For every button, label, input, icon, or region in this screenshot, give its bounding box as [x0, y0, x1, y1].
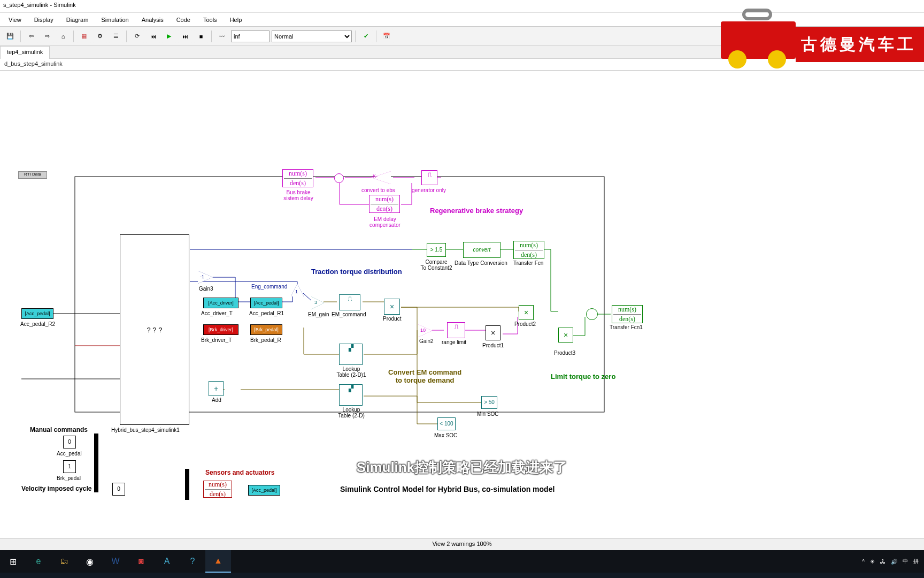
tray-chevron-icon[interactable]: ^	[862, 559, 865, 565]
sim-mode-select[interactable]: Normal	[272, 31, 352, 42]
forward-button[interactable]: ⇨	[40, 29, 54, 43]
chrome-icon: ◉	[86, 557, 94, 567]
mux-block-2[interactable]	[185, 469, 189, 500]
product-block[interactable]	[384, 299, 400, 315]
transfer-fcn-sensor[interactable]: num(s)den(s)	[203, 481, 232, 498]
from-acc-pedal-r2[interactable]: [Acc_pedal]	[21, 308, 53, 319]
up-button[interactable]: ⌂	[56, 29, 70, 43]
transfer-fcn1-block[interactable]: num(s)den(s)	[612, 305, 643, 323]
play-icon: ▶	[167, 33, 171, 40]
sum-block-ebs[interactable]	[334, 173, 344, 183]
stop-button[interactable]: ■	[194, 29, 208, 43]
traction-heading: Traction torque distribution	[311, 268, 402, 276]
signal-button[interactable]: 〰	[215, 29, 229, 43]
taskbar-word[interactable]: W	[103, 550, 128, 573]
range-limit-label: range limit	[442, 339, 466, 345]
mux-block-1[interactable]	[94, 434, 98, 492]
lookup-table-2d[interactable]: ▞	[339, 384, 363, 406]
back-button[interactable]: ⇦	[24, 29, 38, 43]
const-acc-pedal[interactable]: 0	[63, 436, 76, 448]
word-icon: W	[111, 557, 119, 566]
const-brk-label: Brk_pedal	[57, 475, 81, 481]
save-button[interactable]: 💾	[3, 29, 17, 43]
taskbar-edge[interactable]: e	[26, 550, 51, 573]
arrow-up-icon: ⌂	[61, 33, 65, 40]
sum-limit-block[interactable]	[586, 308, 598, 320]
em-command-sat[interactable]: ⎍	[339, 294, 360, 310]
goto-acc-driver[interactable]: [Acc_driver]	[203, 298, 238, 308]
taskbar-start[interactable]: ⊞	[0, 550, 26, 573]
taskbar-matlab[interactable]: ▲	[205, 550, 231, 573]
menu-analysis[interactable]: Analysis	[135, 15, 170, 25]
tray-sound-icon[interactable]: 🔊	[891, 559, 897, 565]
const-brk-pedal[interactable]: 1	[63, 460, 76, 473]
goto-brk-driver[interactable]: [Brk_driver]	[203, 324, 238, 335]
schedule-button[interactable]: 📅	[380, 29, 394, 43]
transfer-fcn-bus-brake[interactable]: num(s)den(s)	[282, 169, 313, 187]
amesim-icon: A	[164, 557, 170, 566]
step-forward-button[interactable]: ⏭	[178, 29, 192, 43]
lookup2-label: Lookup Table (2-D)	[333, 407, 370, 419]
product1-label: Product1	[482, 343, 504, 348]
update-diagram-button[interactable]: ⟳	[130, 29, 144, 43]
tfcn-num: num(s)	[283, 170, 313, 178]
min-soc-block[interactable]: > 50	[481, 396, 497, 409]
lookup-table-2d-1[interactable]: ▞	[339, 344, 363, 365]
lookup-icon: ▞	[349, 385, 353, 392]
taskbar-chrome[interactable]: ◉	[77, 550, 103, 573]
compare-constant-block[interactable]: > 1.5	[427, 243, 446, 257]
taskbar-amesim[interactable]: A	[154, 550, 180, 573]
tray-network-icon[interactable]: 🖧	[880, 559, 886, 565]
rti-data-block[interactable]: RTI Data	[18, 171, 47, 179]
menu-diagram[interactable]: Diagram	[60, 15, 95, 25]
taskbar-recorder[interactable]: ◙	[128, 550, 154, 573]
tray-weather-icon[interactable]: ☀	[870, 559, 875, 565]
product3-block[interactable]	[558, 328, 573, 343]
transfer-fcn-block[interactable]: num(s)den(s)	[513, 241, 544, 259]
menu-code[interactable]: Code	[170, 15, 197, 25]
list-icon: ☰	[113, 33, 119, 40]
convert-em-heading: Convert EM command to torque demand	[388, 368, 461, 384]
transfer-fcn-em-delay[interactable]: num(s)den(s)	[369, 195, 400, 213]
video-subtitle: Simulink控制策略已经加载进来了	[0, 458, 924, 477]
fastrestart-button[interactable]: ✔	[359, 29, 373, 43]
model-config-button[interactable]: ⚙	[93, 29, 107, 43]
system-tray[interactable]: ^ ☀ 🖧 🔊 中 拼	[862, 558, 924, 565]
product2-block[interactable]	[519, 305, 534, 320]
menu-help[interactable]: Help	[224, 15, 249, 25]
tfcn-den: den(s)	[369, 205, 399, 213]
matlab-icon: ▲	[214, 556, 222, 566]
run-button[interactable]: ▶	[162, 29, 176, 43]
saturation-gen-only[interactable]: ⎍	[421, 170, 437, 185]
const-driver-cycle[interactable]: 0	[112, 483, 125, 496]
menu-display[interactable]: Display	[28, 15, 60, 25]
step-back-button[interactable]: ⏮	[146, 29, 160, 43]
const-acc-label: Acc_pedal	[57, 451, 82, 457]
model-canvas[interactable]: RTI Data	[0, 71, 924, 536]
taskbar-help[interactable]: ?	[180, 550, 205, 573]
acc-pedal-r1-label: Acc_pedal_R1	[249, 310, 284, 316]
menu-view[interactable]: View	[2, 15, 28, 25]
from-brk-pedal[interactable]: [Brk_pedal]	[250, 324, 282, 335]
em-gain-block[interactable]	[311, 296, 324, 309]
tray-ime[interactable]: 中	[903, 558, 908, 565]
goto-acc-pedal-sensor[interactable]: [Acc_pedal]	[248, 485, 280, 496]
subsystem-block[interactable]: ? ? ?	[120, 234, 189, 425]
stop-time-input[interactable]	[231, 31, 270, 42]
menu-simulation[interactable]: Simulation	[95, 15, 135, 25]
tray-lang[interactable]: 拼	[913, 558, 919, 565]
add-block[interactable]	[209, 381, 224, 396]
from-acc-pedal[interactable]: [Acc_pedal]	[250, 298, 282, 308]
stop-icon: ■	[199, 33, 203, 40]
range-limit-block[interactable]: ⎍	[447, 322, 465, 338]
taskbar-explorer[interactable]: 🗂	[51, 550, 77, 573]
product1-block[interactable]	[486, 325, 500, 340]
lookup1-label: Lookup Table (2-D)1	[333, 366, 370, 378]
menu-tools[interactable]: Tools	[197, 15, 224, 25]
wheel-icon	[728, 50, 746, 69]
data-type-conversion-block[interactable]: convert	[463, 242, 500, 258]
model-tab[interactable]: tep4_simulink	[0, 46, 50, 59]
library-browser-button[interactable]: ▦	[77, 29, 91, 43]
max-soc-block[interactable]: < 100	[437, 417, 456, 430]
model-explorer-button[interactable]: ☰	[109, 29, 123, 43]
